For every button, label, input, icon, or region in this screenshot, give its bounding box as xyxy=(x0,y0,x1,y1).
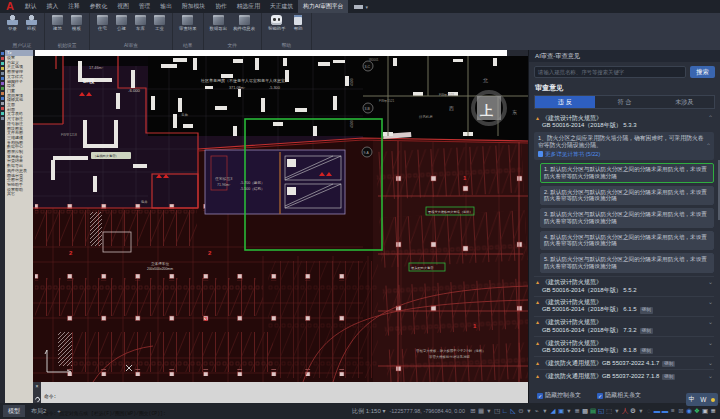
more-detail-link[interactable]: 更多详见计算书 (5/22) xyxy=(538,151,704,158)
violation-item-3[interactable]: 3. 默认防火分区与默认防火分区之间的分隔未采用防火墙，未设置防火卷帘等防火分隔… xyxy=(540,208,714,228)
ribbon-button-审查结果[interactable]: 审查结果 xyxy=(177,14,199,31)
violation-item-1[interactable]: 1. 默认防火分区与默认防火分区之间的分隔未采用防火墙，未设置防火卷帘等防火分隔… xyxy=(540,163,714,183)
rule-group-header[interactable]: ▲《建筑防火通用规范》GB 55037-2022 7.1.8强制⌄ xyxy=(534,369,714,382)
tool-icon-9[interactable] xyxy=(1,97,4,100)
violation-item-2[interactable]: 2. 默认防火分区与默认防火分区之间的分隔未采用防火墙，未设置防火卷帘等防火分隔… xyxy=(540,186,714,206)
rule-group-header[interactable]: ▲《建筑防火通用规范》GB 55037-2022 4.1.7强制⌄ xyxy=(534,356,714,369)
status-icon-25[interactable]: ≡ xyxy=(669,406,677,416)
command-wrench-icon[interactable] xyxy=(33,396,40,403)
ribbon-display-toggle[interactable]: ▾ xyxy=(348,0,368,13)
chevron-down-icon[interactable]: ⌄ xyxy=(708,299,713,306)
ribbon-tab-视图[interactable]: 视图 xyxy=(112,0,134,13)
tool-icon-3[interactable] xyxy=(1,67,4,70)
checkbox-checked-icon[interactable]: ✓ xyxy=(537,393,543,399)
ribbon-button-住宅[interactable]: 住宅 xyxy=(94,14,111,31)
tool-icon-1[interactable] xyxy=(1,57,4,60)
status-icon-3[interactable]: ◳ xyxy=(493,406,501,416)
rule-group-header[interactable]: ▲《建筑设计防火规范》GB 50016-2014（2018年版） 7.3.2强制… xyxy=(534,316,714,336)
ribbon-button-模板[interactable]: 模板 xyxy=(68,14,85,31)
tool-icon-8[interactable] xyxy=(1,92,4,95)
chevron-up-icon[interactable]: ⌃ xyxy=(708,115,713,122)
ribbon-tab-协作[interactable]: 协作 xyxy=(210,0,232,13)
tool-icon-12[interactable] xyxy=(1,112,4,115)
scale-control[interactable]: 比例 1:150 ▾ xyxy=(352,407,385,416)
status-icon-17[interactable]: ⬚ xyxy=(605,406,613,416)
layout-tab-模型[interactable]: 模型 xyxy=(3,405,25,417)
tool-icon-2[interactable] xyxy=(1,62,4,65)
ime-lang[interactable]: 中 xyxy=(689,395,696,404)
status-icon-12[interactable]: ▾ xyxy=(565,406,573,416)
status-icon-14[interactable]: ▩ xyxy=(581,406,589,416)
status-icon-27[interactable]: ◉ xyxy=(685,406,693,416)
status-icon-21[interactable]: ▾ xyxy=(637,406,645,416)
status-icon-23[interactable]: ▬ xyxy=(653,406,661,416)
status-icon-9[interactable]: ▾ xyxy=(541,406,549,416)
tab-符合[interactable]: 符 合 xyxy=(595,96,655,108)
layout-tab-+[interactable]: + xyxy=(52,405,66,417)
ribbon-button-建筑[interactable]: 建筑 xyxy=(49,14,66,31)
status-icon-13[interactable]: ≣ xyxy=(573,406,581,416)
tab-未涉及[interactable]: 未涉及 xyxy=(654,96,714,108)
ribbon-tab-天正建筑[interactable]: 天正建筑 xyxy=(265,0,298,13)
ribbon-tab-管理[interactable]: 管理 xyxy=(134,0,156,13)
ime-key[interactable]: W xyxy=(700,396,706,403)
status-icon-18[interactable]: ▾ xyxy=(613,406,621,416)
ribbon-button-帮助[interactable]: 帮助 xyxy=(290,14,307,31)
status-icon-11[interactable]: ▣ xyxy=(557,406,565,416)
ribbon-tab-输出[interactable]: 输出 xyxy=(155,0,177,13)
ribbon-button-登录[interactable]: 登录 xyxy=(4,14,21,31)
command-window[interactable]: × 命令: 命令: 指定对角点或 [栏选(F)/圈围(WP)/圈交(CP)]: … xyxy=(33,382,528,403)
ribbon-tab-构力AI审图平台[interactable]: 构力AI审图平台 xyxy=(298,0,348,13)
status-icon-0[interactable]: ⊞ xyxy=(469,406,477,416)
status-icon-26[interactable]: ⊠ xyxy=(677,406,685,416)
ribbon-button-授权[interactable]: 授权 xyxy=(23,14,40,31)
checkbox-隐藏相关条文[interactable]: ✓隐藏相关条文 xyxy=(597,391,641,400)
chevron-down-icon[interactable]: ⌄ xyxy=(708,279,713,286)
checkbox-隐藏控制条文[interactable]: ✓隐藏控制条文 xyxy=(537,391,581,400)
ribbon-button-工业[interactable]: 工业 xyxy=(151,14,168,31)
status-icon-15[interactable]: ▤ xyxy=(589,406,597,416)
status-icon-16[interactable]: ◱ xyxy=(597,406,605,416)
ribbon-tab-注释[interactable]: 注释 xyxy=(63,0,85,13)
drawing-canvas[interactable]: 管根穿大楼板防火封堵（涂料）喷头距防火卷帘（蓝线防火卷帘） 3-C3-B9-A … xyxy=(33,56,528,382)
ribbon-tab-附加模块[interactable]: 附加模块 xyxy=(177,0,210,13)
ribbon-tab-参数化[interactable]: 参数化 xyxy=(85,0,112,13)
chevron-up-icon[interactable]: ⌃ xyxy=(706,143,711,150)
tool-icon-4[interactable] xyxy=(1,72,4,75)
app-logo[interactable]: A xyxy=(0,0,20,13)
status-icon-10[interactable]: ◢ xyxy=(549,406,557,416)
chevron-down-icon[interactable]: ⌄ xyxy=(708,373,713,380)
search-button[interactable]: 搜索 xyxy=(690,66,715,78)
status-icon-8[interactable]: ⌁ xyxy=(533,406,541,416)
violation-item-5[interactable]: 5. 默认防火分区与默认防火分区之间的分隔未采用防火墙，未设置防火卷帘等防火分隔… xyxy=(540,253,714,273)
tool-icon-10[interactable] xyxy=(1,102,4,105)
checkbox-checked-icon[interactable]: ✓ xyxy=(597,393,603,399)
tab-违反[interactable]: 违 反 xyxy=(535,96,595,108)
command-close-icon[interactable]: × xyxy=(36,383,39,389)
chevron-down-icon[interactable]: ⌄ xyxy=(708,360,713,367)
search-input[interactable]: 请输入规范名称、序号等搜索关键字 xyxy=(534,66,686,78)
status-icon-29[interactable]: ▣ xyxy=(701,406,709,416)
status-icon-4[interactable]: ∟ xyxy=(501,406,509,416)
ribbon-button-车库[interactable]: 车库 xyxy=(132,14,149,31)
tool-icon-0[interactable] xyxy=(1,52,4,55)
rule-group-header[interactable]: ▲《建筑设计防火规范》GB 50016-2014（2018年版） 6.1.5强制… xyxy=(534,296,714,316)
status-icon-6[interactable]: ⊙ xyxy=(517,406,525,416)
tool-icon-13[interactable] xyxy=(1,117,4,120)
tool-icon-7[interactable] xyxy=(1,87,4,90)
chevron-down-icon[interactable]: ⌄ xyxy=(708,340,713,347)
status-icon-28[interactable]: ❖ xyxy=(693,406,701,416)
ime-toolbar[interactable]: 中 W xyxy=(686,393,718,406)
status-icon-19[interactable]: 人 xyxy=(621,406,629,416)
rule-group-header[interactable]: ▲《建筑设计防火规范》GB 50016-2014（2018年版） 5.5.2⌄ xyxy=(534,276,714,296)
tool-icon-6[interactable] xyxy=(1,82,4,85)
rule-group-header[interactable]: ▲《建筑设计防火规范》GB 50016-2014（2018年版） 8.1.8强制… xyxy=(534,336,714,356)
menu-item-其它[interactable]: 其它 xyxy=(5,192,33,197)
tool-icon-11[interactable] xyxy=(1,107,4,110)
status-icon-20[interactable]: ⚙ xyxy=(629,406,637,416)
ribbon-tab-插入[interactable]: 插入 xyxy=(42,0,64,13)
status-icon-1[interactable]: ▦ xyxy=(477,406,485,416)
ribbon-button-公建[interactable]: 公建 xyxy=(113,14,130,31)
status-icon-24[interactable]: ▬ xyxy=(661,406,669,416)
status-icon-5[interactable]: ◺ xyxy=(509,406,517,416)
